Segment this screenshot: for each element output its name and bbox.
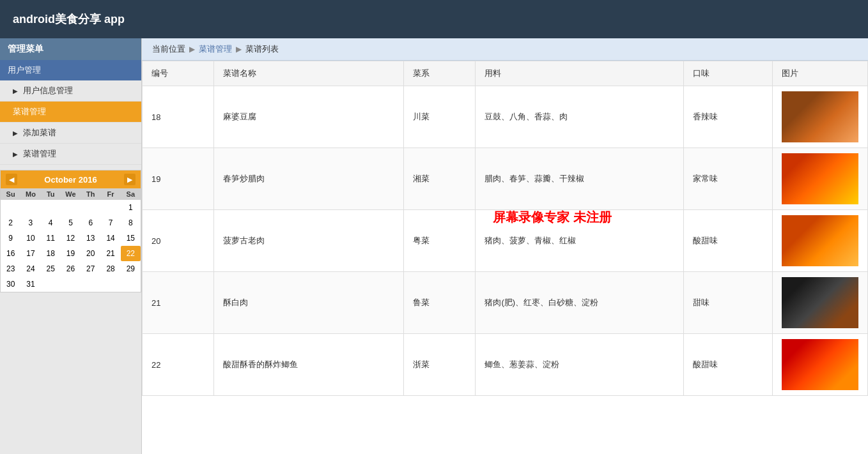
calendar-day-25[interactable]: 25 — [41, 261, 61, 276]
calendar-day-19[interactable]: 19 — [61, 246, 81, 261]
cell-id: 19 — [143, 148, 214, 210]
cell-name: 麻婆豆腐 — [214, 86, 404, 148]
table-row: 19春笋炒腊肉湘菜腊肉、春笋、蒜瓣、干辣椒家常味 — [143, 148, 868, 210]
col-image: 图片 — [773, 61, 868, 86]
calendar-day-3[interactable]: 3 — [20, 215, 40, 231]
calendar-day-21[interactable]: 21 — [100, 246, 120, 261]
table-header-row: 编号 菜谱名称 菜系 用料 口味 图片 — [143, 61, 868, 86]
calendar-day-16[interactable]: 16 — [1, 246, 20, 261]
calendar: ◀ October 2016 ▶ Su Mo Tu We Th Fr Sa 12… — [0, 170, 141, 292]
calendar-next-button[interactable]: ▶ — [124, 174, 136, 185]
calendar-day-6[interactable]: 6 — [81, 215, 100, 231]
arrow-icon: ▶ — [13, 87, 18, 95]
calendar-day-2[interactable]: 2 — [1, 215, 20, 231]
cell-ingredients: 豆鼓、八角、香蒜、肉 — [476, 86, 684, 148]
cell-image — [773, 334, 868, 396]
breadcrumb-recipe-list: 菜谱列表 — [245, 43, 279, 55]
cell-name: 酥白肉 — [214, 272, 404, 334]
calendar-day-empty — [41, 200, 61, 215]
calendar-day-10[interactable]: 10 — [20, 231, 40, 246]
sidebar-item-label: 添加菜谱 — [23, 127, 56, 139]
calendar-day-empty — [20, 200, 40, 215]
calendar-day-5[interactable]: 5 — [61, 215, 81, 231]
recipe-table: 编号 菜谱名称 菜系 用料 口味 图片 18麻婆豆腐川菜豆鼓、八角、香蒜、肉香辣… — [142, 61, 868, 396]
calendar-day-30[interactable]: 30 — [1, 276, 20, 292]
calendar-grid: 1234567891011121314151617181920212223242… — [1, 200, 141, 292]
breadcrumb-current-position: 当前位置 — [152, 43, 185, 55]
sidebar-item-label: 用户信息管理 — [23, 85, 73, 96]
calendar-day-empty — [81, 276, 100, 292]
calendar-day-23[interactable]: 23 — [1, 261, 20, 276]
calendar-day-empty — [61, 200, 81, 215]
calendar-header: ◀ October 2016 ▶ — [1, 170, 141, 188]
cell-ingredients: 鲫鱼、葱姜蒜、淀粉 — [476, 334, 684, 396]
cal-day-mo: Mo — [20, 188, 40, 200]
cal-day-su: Su — [1, 188, 20, 200]
col-flavor: 口味 — [684, 61, 773, 86]
cell-cuisine: 川菜 — [404, 86, 476, 148]
cal-day-tu: Tu — [41, 188, 61, 200]
sidebar-item-label: 菜谱管理 — [13, 106, 46, 117]
cell-id: 18 — [143, 86, 214, 148]
calendar-day-27[interactable]: 27 — [81, 261, 100, 276]
app-header: android美食分享 app — [0, 0, 868, 38]
calendar-day-13[interactable]: 13 — [81, 231, 100, 246]
table-row: 20菠萝古老肉粤菜猪肉、菠萝、青椒、红椒酸甜味 — [143, 210, 868, 272]
arrow-icon: ▶ — [13, 151, 18, 158]
breadcrumb-sep2: ▶ — [236, 45, 242, 54]
calendar-day-empty — [81, 200, 100, 215]
calendar-day-18[interactable]: 18 — [41, 246, 61, 261]
breadcrumb-menu-management[interactable]: 菜谱管理 — [199, 43, 232, 55]
cell-id: 20 — [143, 210, 214, 272]
cell-flavor: 家常味 — [684, 148, 773, 210]
cell-cuisine: 鲁菜 — [404, 272, 476, 334]
calendar-month-label: October 2016 — [44, 175, 97, 185]
calendar-day-14[interactable]: 14 — [100, 231, 120, 246]
cal-day-we: We — [61, 188, 81, 200]
calendar-day-12[interactable]: 12 — [61, 231, 81, 246]
calendar-day-15[interactable]: 15 — [121, 231, 141, 246]
sidebar-user-section[interactable]: 用户管理 — [0, 60, 141, 80]
sidebar-item-recipe-management[interactable]: 菜谱管理 — [0, 102, 141, 123]
col-cuisine: 菜系 — [404, 61, 476, 86]
calendar-day-11[interactable]: 11 — [41, 231, 61, 246]
arrow-icon: ▶ — [13, 130, 18, 137]
sidebar-item-add-recipe[interactable]: ▶ 添加菜谱 — [0, 123, 141, 144]
app-title: android美食分享 app — [13, 11, 125, 27]
table-row: 18麻婆豆腐川菜豆鼓、八角、香蒜、肉香辣味 — [143, 86, 868, 148]
calendar-day-17[interactable]: 17 — [20, 246, 40, 261]
col-name: 菜谱名称 — [214, 61, 404, 86]
calendar-day-empty — [41, 276, 61, 292]
calendar-day-29[interactable]: 29 — [121, 261, 141, 276]
calendar-day-7[interactable]: 7 — [100, 215, 120, 231]
calendar-days-header: Su Mo Tu We Th Fr Sa — [1, 188, 141, 200]
calendar-day-empty — [121, 276, 141, 292]
content-wrapper: 当前位置 ▶ 菜谱管理 ▶ 菜谱列表 屏幕录像专家 未注册 编号 菜谱名称 菜系… — [142, 38, 868, 396]
calendar-day-24[interactable]: 24 — [20, 261, 40, 276]
calendar-day-empty — [100, 276, 120, 292]
cell-name: 酸甜酥香的酥炸鲫鱼 — [214, 334, 404, 396]
calendar-day-4[interactable]: 4 — [41, 215, 61, 231]
calendar-day-20[interactable]: 20 — [81, 246, 100, 261]
cell-cuisine: 粤菜 — [404, 210, 476, 272]
calendar-day-8[interactable]: 8 — [121, 215, 141, 231]
cell-image — [773, 148, 868, 210]
calendar-day-28[interactable]: 28 — [100, 261, 120, 276]
cell-ingredients: 腊肉、春笋、蒜瓣、干辣椒 — [476, 148, 684, 210]
calendar-day-9[interactable]: 9 — [1, 231, 20, 246]
sidebar: 管理菜单 用户管理 ▶ 用户信息管理 菜谱管理 ▶ 添加菜谱 ▶ 菜谱管理 ◀ … — [0, 38, 142, 454]
calendar-day-31[interactable]: 31 — [20, 276, 40, 292]
cell-name: 菠萝古老肉 — [214, 210, 404, 272]
cal-day-sa: Sa — [121, 188, 141, 200]
cal-day-fr: Fr — [100, 188, 120, 200]
calendar-day-1[interactable]: 1 — [121, 200, 141, 215]
calendar-prev-button[interactable]: ◀ — [6, 174, 17, 185]
sidebar-item-recipe-list[interactable]: ▶ 菜谱管理 — [0, 144, 141, 165]
cell-ingredients: 猪肉(肥)、红枣、白砂糖、淀粉 — [476, 272, 684, 334]
sidebar-item-user-info[interactable]: ▶ 用户信息管理 — [0, 80, 141, 102]
sidebar-item-label: 菜谱管理 — [23, 148, 56, 160]
calendar-day-22[interactable]: 22 — [121, 246, 141, 261]
calendar-day-26[interactable]: 26 — [61, 261, 81, 276]
calendar-day-empty — [100, 200, 120, 215]
cell-cuisine: 浙菜 — [404, 334, 476, 396]
